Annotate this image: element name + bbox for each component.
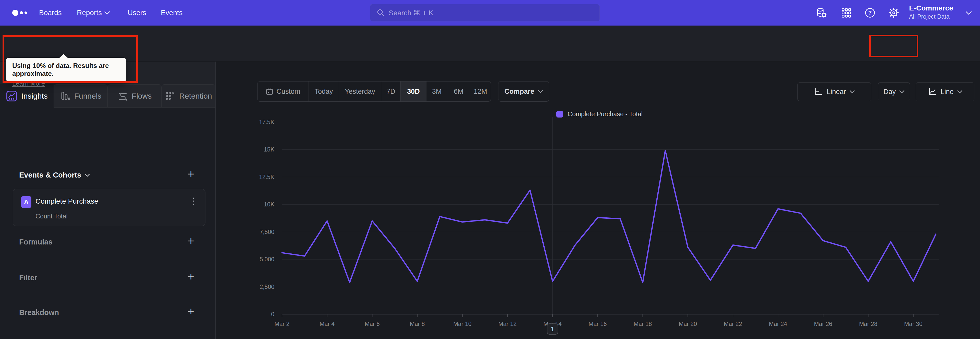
line-chart-icon <box>928 87 937 96</box>
svg-text:?: ? <box>868 10 872 16</box>
range-custom[interactable]: Custom <box>258 82 309 101</box>
nav-boards-label: Boards <box>39 9 62 17</box>
range-6m[interactable]: 6M <box>447 82 470 101</box>
filter-label: Filter <box>19 273 37 282</box>
interval-dropdown-day[interactable]: Day <box>878 82 910 101</box>
tab-insights-label: Insights <box>21 92 48 101</box>
range-7d[interactable]: 7D <box>381 82 401 101</box>
search-placeholder: Search ⌘ + K <box>389 9 433 17</box>
event-letter-badge: A <box>21 196 32 208</box>
add-formula-button[interactable]: + <box>185 236 197 247</box>
formulas-header: Formulas <box>19 238 52 246</box>
compare-label: Compare <box>504 88 534 96</box>
tab-retention-label: Retention <box>179 92 212 101</box>
range-6m-label: 6M <box>454 88 463 96</box>
help-icon[interactable]: ? <box>864 7 876 18</box>
tab-retention[interactable]: Retention <box>162 84 215 107</box>
chevron-down-icon <box>899 90 904 93</box>
nav-users-label: Users <box>127 9 146 17</box>
tooltip-message: Using 10% of data. Results are approxima… <box>12 62 120 78</box>
scale-label: Linear <box>827 88 846 96</box>
project-name: E-Commerce <box>909 4 953 12</box>
legend-series-label: Complete Purchase - Total <box>568 110 643 118</box>
tab-funnels[interactable]: Funnels <box>54 84 108 107</box>
search-input[interactable]: Search ⌘ + K <box>370 4 600 21</box>
nav-reports-label: Reports <box>77 9 102 17</box>
events-cohorts-header[interactable]: Events & Cohorts <box>19 171 90 179</box>
compare-dropdown[interactable]: Compare <box>498 81 549 102</box>
add-breakdown-button[interactable]: + <box>185 306 197 318</box>
learn-more-link[interactable]: Learn More <box>12 80 45 87</box>
tab-insights[interactable]: Insights <box>0 84 54 107</box>
range-30d[interactable]: 30D <box>401 82 426 101</box>
sidebar-content: Events & Cohorts + A Complete Purchase C… <box>0 107 215 339</box>
project-switcher[interactable]: E-Commerce All Project Data <box>909 4 953 20</box>
nav-users[interactable]: Users <box>127 0 146 26</box>
chevron-down-icon <box>957 90 963 93</box>
formulas-label: Formulas <box>19 238 52 246</box>
nav-reports[interactable]: Reports <box>77 0 110 26</box>
filter-header: Filter <box>19 273 37 282</box>
retention-icon <box>165 91 176 101</box>
chart-panel: Custom Today Yesterday 7D 30D 3M 6M 12M … <box>216 62 980 339</box>
insights-report-page: Boards Reports Users Events Search ⌘ + K <box>0 0 980 339</box>
query-builder-sidebar: Insights Funnels <box>0 62 216 339</box>
range-7d-label: 7D <box>387 88 395 96</box>
range-3m[interactable]: 3M <box>426 82 447 101</box>
tab-flows-label: Flows <box>132 92 151 101</box>
events-cohorts-label: Events & Cohorts <box>19 171 81 179</box>
nav-boards[interactable]: Boards <box>39 0 62 26</box>
settings-gear-icon[interactable] <box>888 7 899 18</box>
nav-events-label: Events <box>161 9 183 17</box>
range-custom-label: Custom <box>277 88 300 96</box>
page-number-badge[interactable]: 1 <box>547 323 558 335</box>
range-3m-label: 3M <box>432 88 442 96</box>
breakdown-label: Breakdown <box>19 309 59 317</box>
chevron-down-icon <box>104 11 110 14</box>
sampling-tooltip: Using 10% of data. Results are approxima… <box>6 58 126 82</box>
data-management-icon[interactable] <box>816 7 827 18</box>
tab-funnels-label: Funnels <box>74 92 102 101</box>
range-yesterday-label: Yesterday <box>345 88 375 96</box>
funnels-icon <box>60 91 71 101</box>
chevron-down-icon <box>85 174 90 177</box>
search-icon <box>377 9 385 17</box>
range-today[interactable]: Today <box>309 82 339 101</box>
range-12m[interactable]: 12M <box>470 82 491 101</box>
event-metric[interactable]: Count Total <box>35 213 68 220</box>
legend-swatch <box>556 111 563 118</box>
range-yesterday[interactable]: Yesterday <box>339 82 381 101</box>
flows-icon <box>118 91 128 101</box>
event-kebab-menu-icon[interactable]: ⋮ <box>189 196 198 206</box>
insights-icon <box>6 90 18 102</box>
tab-flows[interactable]: Flows <box>108 84 162 107</box>
report-title-bar: Untitled Sampled + Add description... <box>0 26 980 61</box>
range-today-label: Today <box>314 88 333 96</box>
nav-events[interactable]: Events <box>161 0 183 26</box>
range-30d-label: 30D <box>407 88 420 96</box>
mixpanel-logo-icon[interactable] <box>12 8 30 19</box>
range-12m-label: 12M <box>474 88 487 96</box>
event-card-complete-purchase[interactable]: A Complete Purchase Count Total ⋮ <box>13 189 205 226</box>
project-scope: All Project Data <box>909 13 953 20</box>
report-type-tabs: Insights Funnels <box>0 84 216 107</box>
breakdown-header: Breakdown <box>19 309 59 317</box>
apps-grid-icon[interactable] <box>841 7 852 18</box>
chart-type-label: Line <box>940 88 953 96</box>
chart-type-dropdown-line[interactable]: Line <box>916 82 974 101</box>
scale-dropdown-linear[interactable]: Linear <box>797 82 871 101</box>
interval-label: Day <box>883 88 896 96</box>
add-event-button[interactable]: + <box>185 169 197 180</box>
linear-axis-icon <box>814 87 823 96</box>
add-filter-button[interactable]: + <box>185 272 197 283</box>
date-range-selector: Custom Today Yesterday 7D 30D 3M 6M 12M <box>257 81 491 102</box>
chart-legend[interactable]: Complete Purchase - Total <box>556 110 643 118</box>
chevron-down-icon <box>850 90 855 93</box>
tooltip-arrow <box>59 54 68 58</box>
project-chevron-down-icon[interactable] <box>966 11 972 16</box>
event-name: Complete Purchase <box>35 197 98 205</box>
top-nav-bar: Boards Reports Users Events Search ⌘ + K <box>0 0 980 26</box>
chevron-down-icon <box>538 90 543 93</box>
calendar-icon <box>266 88 273 95</box>
